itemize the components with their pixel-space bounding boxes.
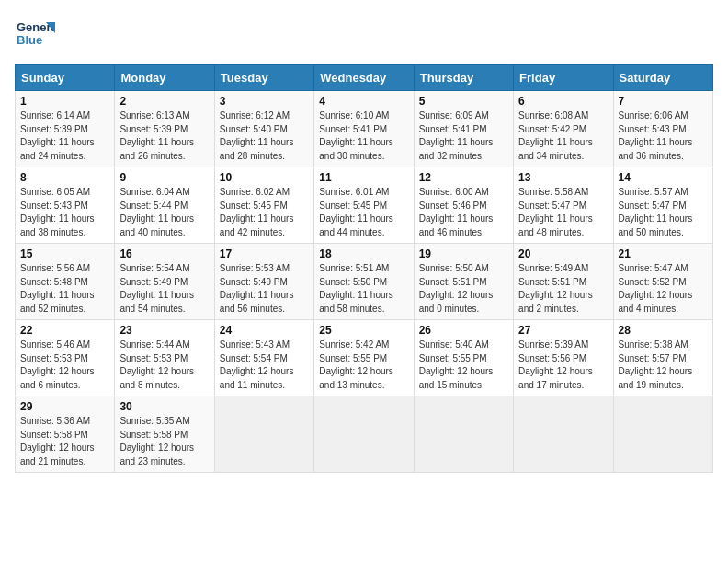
day-number: 18	[319, 247, 408, 260]
day-info: Sunrise: 6:10 AMSunset: 5:41 PMDaylight:…	[319, 109, 408, 163]
day-info: Sunrise: 5:44 AMSunset: 5:53 PMDaylight:…	[119, 339, 209, 392]
calendar-week-1: 1Sunrise: 6:14 AMSunset: 5:39 PMDaylight…	[16, 91, 713, 167]
day-info: Sunrise: 5:49 AMSunset: 5:51 PMDaylight:…	[518, 262, 608, 316]
day-info: Sunrise: 6:12 AMSunset: 5:40 PMDaylight:…	[220, 109, 309, 163]
calendar-cell: 4Sunrise: 6:10 AMSunset: 5:41 PMDaylight…	[314, 91, 414, 167]
calendar-week-4: 22Sunrise: 5:46 AMSunset: 5:53 PMDayligh…	[16, 320, 713, 396]
day-info: Sunrise: 5:58 AMSunset: 5:47 PMDaylight:…	[518, 186, 608, 239]
calendar-cell: 6Sunrise: 6:08 AMSunset: 5:42 PMDaylight…	[514, 91, 613, 167]
calendar-cell	[514, 396, 613, 473]
calendar-cell: 18Sunrise: 5:51 AMSunset: 5:50 PMDayligh…	[314, 244, 414, 320]
day-number: 17	[220, 247, 309, 260]
calendar-week-2: 8Sunrise: 6:05 AMSunset: 5:43 PMDaylight…	[16, 167, 713, 244]
day-number: 5	[419, 95, 508, 108]
day-number: 20	[518, 247, 608, 260]
day-number: 7	[619, 95, 708, 108]
page-header: General Blue	[15, 15, 713, 55]
day-info: Sunrise: 5:36 AMSunset: 5:58 PMDaylight:…	[20, 415, 109, 468]
day-info: Sunrise: 6:05 AMSunset: 5:43 PMDaylight:…	[20, 186, 109, 239]
calendar-cell	[314, 396, 414, 473]
calendar-cell: 17Sunrise: 5:53 AMSunset: 5:49 PMDayligh…	[214, 244, 313, 320]
day-number: 4	[319, 95, 408, 108]
day-header-thursday: Thursday	[414, 65, 513, 91]
day-info: Sunrise: 5:54 AMSunset: 5:49 PMDaylight:…	[119, 262, 209, 316]
day-header-monday: Monday	[115, 65, 214, 91]
day-number: 3	[220, 95, 309, 108]
svg-text:Blue: Blue	[17, 33, 42, 47]
day-info: Sunrise: 6:02 AMSunset: 5:45 PMDaylight:…	[220, 186, 309, 239]
day-number: 2	[119, 95, 209, 108]
day-number: 22	[20, 324, 109, 337]
calendar-cell: 24Sunrise: 5:43 AMSunset: 5:54 PMDayligh…	[214, 320, 313, 396]
day-number: 21	[619, 247, 708, 260]
calendar-cell: 11Sunrise: 6:01 AMSunset: 5:45 PMDayligh…	[314, 167, 414, 244]
day-number: 29	[20, 400, 109, 413]
day-info: Sunrise: 5:42 AMSunset: 5:55 PMDaylight:…	[319, 339, 408, 392]
day-info: Sunrise: 6:04 AMSunset: 5:44 PMDaylight:…	[119, 186, 209, 239]
day-info: Sunrise: 5:47 AMSunset: 5:52 PMDaylight:…	[619, 262, 708, 316]
day-info: Sunrise: 6:14 AMSunset: 5:39 PMDaylight:…	[20, 109, 109, 163]
calendar-cell: 26Sunrise: 5:40 AMSunset: 5:55 PMDayligh…	[414, 320, 513, 396]
day-number: 23	[119, 324, 209, 337]
day-header-saturday: Saturday	[613, 65, 712, 91]
calendar-cell: 13Sunrise: 5:58 AMSunset: 5:47 PMDayligh…	[514, 167, 613, 244]
day-number: 27	[518, 324, 608, 337]
day-info: Sunrise: 5:46 AMSunset: 5:53 PMDaylight:…	[20, 339, 109, 392]
day-number: 11	[319, 171, 408, 184]
day-header-wednesday: Wednesday	[314, 65, 414, 91]
calendar-cell: 5Sunrise: 6:09 AMSunset: 5:41 PMDaylight…	[414, 91, 513, 167]
calendar-cell: 20Sunrise: 5:49 AMSunset: 5:51 PMDayligh…	[514, 244, 613, 320]
day-number: 25	[319, 324, 408, 337]
calendar-cell: 25Sunrise: 5:42 AMSunset: 5:55 PMDayligh…	[314, 320, 414, 396]
calendar-table: SundayMondayTuesdayWednesdayThursdayFrid…	[15, 64, 713, 473]
day-number: 26	[419, 324, 508, 337]
day-info: Sunrise: 5:53 AMSunset: 5:49 PMDaylight:…	[220, 262, 309, 316]
calendar-cell	[414, 396, 513, 473]
calendar-cell: 7Sunrise: 6:06 AMSunset: 5:43 PMDaylight…	[613, 91, 712, 167]
calendar-cell: 23Sunrise: 5:44 AMSunset: 5:53 PMDayligh…	[115, 320, 214, 396]
day-number: 8	[20, 171, 109, 184]
calendar-cell: 27Sunrise: 5:39 AMSunset: 5:56 PMDayligh…	[514, 320, 613, 396]
calendar-cell: 12Sunrise: 6:00 AMSunset: 5:46 PMDayligh…	[414, 167, 513, 244]
calendar-week-5: 29Sunrise: 5:36 AMSunset: 5:58 PMDayligh…	[16, 396, 713, 473]
day-info: Sunrise: 6:00 AMSunset: 5:46 PMDaylight:…	[419, 186, 508, 239]
day-number: 10	[220, 171, 309, 184]
calendar-cell: 14Sunrise: 5:57 AMSunset: 5:47 PMDayligh…	[613, 167, 712, 244]
calendar-cell	[613, 396, 712, 473]
logo: General Blue	[15, 15, 59, 55]
day-header-sunday: Sunday	[16, 65, 115, 91]
calendar-cell: 15Sunrise: 5:56 AMSunset: 5:48 PMDayligh…	[16, 244, 115, 320]
calendar-cell: 16Sunrise: 5:54 AMSunset: 5:49 PMDayligh…	[115, 244, 214, 320]
day-info: Sunrise: 5:50 AMSunset: 5:51 PMDaylight:…	[419, 262, 508, 316]
day-info: Sunrise: 5:51 AMSunset: 5:50 PMDaylight:…	[319, 262, 408, 316]
day-number: 15	[20, 247, 109, 260]
calendar-cell: 3Sunrise: 6:12 AMSunset: 5:40 PMDaylight…	[214, 91, 313, 167]
calendar-cell: 28Sunrise: 5:38 AMSunset: 5:57 PMDayligh…	[613, 320, 712, 396]
day-info: Sunrise: 6:01 AMSunset: 5:45 PMDaylight:…	[319, 186, 408, 239]
calendar-cell: 9Sunrise: 6:04 AMSunset: 5:44 PMDaylight…	[115, 167, 214, 244]
calendar-cell: 29Sunrise: 5:36 AMSunset: 5:58 PMDayligh…	[16, 396, 115, 473]
day-number: 1	[20, 95, 109, 108]
day-info: Sunrise: 5:38 AMSunset: 5:57 PMDaylight:…	[619, 339, 708, 392]
calendar-cell: 22Sunrise: 5:46 AMSunset: 5:53 PMDayligh…	[16, 320, 115, 396]
day-info: Sunrise: 5:39 AMSunset: 5:56 PMDaylight:…	[518, 339, 608, 392]
calendar-week-3: 15Sunrise: 5:56 AMSunset: 5:48 PMDayligh…	[16, 244, 713, 320]
day-number: 6	[518, 95, 608, 108]
day-number: 16	[119, 247, 209, 260]
day-number: 24	[220, 324, 309, 337]
day-number: 9	[119, 171, 209, 184]
day-number: 28	[619, 324, 708, 337]
day-number: 19	[419, 247, 508, 260]
day-info: Sunrise: 5:35 AMSunset: 5:58 PMDaylight:…	[119, 415, 209, 468]
day-info: Sunrise: 5:57 AMSunset: 5:47 PMDaylight:…	[619, 186, 708, 239]
day-info: Sunrise: 6:06 AMSunset: 5:43 PMDaylight:…	[619, 109, 708, 163]
day-info: Sunrise: 5:56 AMSunset: 5:48 PMDaylight:…	[20, 262, 109, 316]
calendar-cell: 21Sunrise: 5:47 AMSunset: 5:52 PMDayligh…	[613, 244, 712, 320]
day-info: Sunrise: 6:08 AMSunset: 5:42 PMDaylight:…	[518, 109, 608, 163]
day-number: 14	[619, 171, 708, 184]
day-info: Sunrise: 6:09 AMSunset: 5:41 PMDaylight:…	[419, 109, 508, 163]
day-number: 30	[119, 400, 209, 413]
calendar-cell: 10Sunrise: 6:02 AMSunset: 5:45 PMDayligh…	[214, 167, 313, 244]
day-number: 13	[518, 171, 608, 184]
day-header-tuesday: Tuesday	[214, 65, 313, 91]
